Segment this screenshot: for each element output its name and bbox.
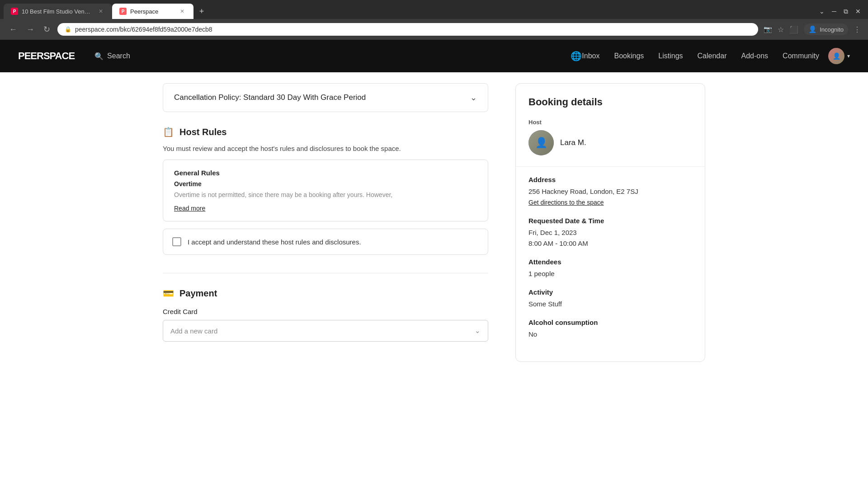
tab-list-icon[interactable]: ⌄ xyxy=(819,8,825,15)
host-row: 👤 Lara M. xyxy=(528,130,692,155)
card-dropdown[interactable]: Add a new card ⌄ xyxy=(163,320,488,342)
requested-datetime-value: Fri, Dec 1, 2023 8:00 AM - 10:00 AM xyxy=(528,227,692,249)
read-more-link[interactable]: Read more xyxy=(174,205,205,212)
forward-button[interactable]: → xyxy=(24,23,36,36)
globe-icon[interactable]: 🌐 xyxy=(571,51,582,61)
lock-icon: 🔒 xyxy=(65,26,71,33)
tab-2-close[interactable]: ✕ xyxy=(178,7,186,15)
address-value: 256 Hackney Road, London, E2 7SJ Get dir… xyxy=(528,186,692,208)
section-divider xyxy=(163,273,488,273)
address-label: Address xyxy=(528,176,692,183)
host-rules-section: 📋 Host Rules You must review and accept … xyxy=(163,127,488,255)
activity-value: Some Stuff xyxy=(528,299,692,310)
nav-inbox[interactable]: Inbox xyxy=(582,52,599,60)
tab-1-favicon: P xyxy=(11,8,18,15)
host-avatar: 👤 xyxy=(528,130,554,155)
accept-text: I accept and understand these host rules… xyxy=(188,238,361,246)
booking-details-title: Booking details xyxy=(528,96,692,108)
cancellation-policy-section: Cancellation Policy: Standard 30 Day Wit… xyxy=(163,83,488,112)
alcohol-value: No xyxy=(528,329,692,340)
accept-checkbox[interactable] xyxy=(172,237,181,246)
host-rules-subtitle: You must review and accept the host's ru… xyxy=(163,145,488,152)
host-rules-title: Host Rules xyxy=(179,127,226,137)
incognito-icon: 👤 xyxy=(808,25,817,33)
search-icon: 🔍 xyxy=(94,52,104,61)
tab-1-title: 10 Best Film Studio Venues - Lo... xyxy=(22,8,93,15)
minimize-button[interactable]: ─ xyxy=(832,8,836,15)
overtime-text: Overtime is not permitted, since there m… xyxy=(174,190,477,200)
tab-2[interactable]: P Peerspace ✕ xyxy=(112,4,193,19)
address-line1: 256 Hackney Road, London, E2 7SJ xyxy=(528,188,638,195)
general-rules-title: General Rules xyxy=(174,169,477,177)
window-controls: ⌄ ─ ⧉ ✕ xyxy=(819,8,868,15)
menu-button[interactable]: ⋮ xyxy=(854,25,861,34)
chevron-down-icon: ▾ xyxy=(847,53,850,59)
nav-calendar[interactable]: Calendar xyxy=(698,52,727,60)
back-button[interactable]: ← xyxy=(7,23,19,36)
attendees-label: Attendees xyxy=(528,258,692,266)
url-text: peerspace.com/bkc/62694ef8fd59a2000e7dec… xyxy=(75,26,212,33)
booking-divider-1 xyxy=(516,166,705,167)
nav-bookings[interactable]: Bookings xyxy=(614,52,644,60)
host-rules-title-row: 📋 Host Rules xyxy=(163,127,488,137)
tab-2-favicon: P xyxy=(119,8,127,15)
alcohol-label: Alcohol consumption xyxy=(528,319,692,326)
host-label: Host xyxy=(528,119,692,126)
user-menu[interactable]: 👤 ▾ xyxy=(828,48,850,64)
activity-label: Activity xyxy=(528,288,692,296)
address-bar-row: ← → ↻ 🔒 peerspace.com/bkc/62694ef8fd59a2… xyxy=(0,19,868,40)
page-content: Cancellation Policy: Standard 30 Day Wit… xyxy=(145,72,723,362)
sidebar-column: Booking details Host 👤 Lara M. Address 2… xyxy=(515,72,705,362)
get-directions-link[interactable]: Get directions to the space xyxy=(528,199,604,206)
tab-1[interactable]: P 10 Best Film Studio Venues - Lo... ✕ xyxy=(4,4,112,19)
attendees-value: 1 people xyxy=(528,268,692,279)
rules-box: General Rules Overtime Overtime is not p… xyxy=(163,160,488,221)
search-button[interactable]: 🔍 Search xyxy=(89,48,136,64)
main-column: Cancellation Policy: Standard 30 Day Wit… xyxy=(163,72,488,362)
accept-box: I accept and understand these host rules… xyxy=(163,229,488,255)
overtime-title: Overtime xyxy=(174,180,477,188)
search-label: Search xyxy=(107,52,130,60)
camera-icon[interactable]: 📷 xyxy=(764,25,772,33)
host-name: Lara M. xyxy=(560,138,586,147)
peerspace-logo[interactable]: PEERSPACE xyxy=(18,50,75,62)
payment-title-row: 💳 Payment xyxy=(163,288,488,299)
close-window-button[interactable]: ✕ xyxy=(855,8,861,15)
nav-listings[interactable]: Listings xyxy=(658,52,683,60)
new-tab-button[interactable]: + xyxy=(195,5,208,18)
address-bar[interactable]: 🔒 peerspace.com/bkc/62694ef8fd59a2000e7d… xyxy=(57,23,758,36)
add-card-text: Add a new card xyxy=(170,327,217,335)
browser-toolbar: 📷 ☆ ⬛ 👤 Incognito ⋮ xyxy=(764,23,861,35)
tab-bar: P 10 Best Film Studio Venues - Lo... ✕ P… xyxy=(0,0,868,19)
tab-2-title: Peerspace xyxy=(130,8,175,15)
date-line1: Fri, Dec 1, 2023 xyxy=(528,229,577,236)
cancellation-policy-title: Cancellation Policy: Standard 30 Day Wit… xyxy=(174,93,366,102)
host-rules-icon: 📋 xyxy=(163,127,174,137)
main-navigation: PEERSPACE 🔍 Search 🌐 Inbox Bookings List… xyxy=(0,40,868,72)
tab-1-close[interactable]: ✕ xyxy=(97,7,105,15)
nav-community[interactable]: Community xyxy=(783,52,819,60)
time-line: 8:00 AM - 10:00 AM xyxy=(528,239,588,247)
payment-section: 💳 Payment Credit Card Add a new card ⌄ xyxy=(163,288,488,342)
nav-addons[interactable]: Add-ons xyxy=(741,52,769,60)
browser-window: P 10 Best Film Studio Venues - Lo... ✕ P… xyxy=(0,0,868,40)
avatar: 👤 xyxy=(828,48,844,64)
payment-title: Payment xyxy=(179,288,217,299)
bookmark-icon[interactable]: ☆ xyxy=(778,25,784,34)
requested-datetime-label: Requested Date & Time xyxy=(528,217,692,225)
extensions-icon[interactable]: ⬛ xyxy=(789,25,798,34)
booking-details-card: Booking details Host 👤 Lara M. Address 2… xyxy=(515,83,705,362)
payment-icon: 💳 xyxy=(163,288,174,299)
credit-card-label: Credit Card xyxy=(163,308,488,315)
dropdown-chevron-icon: ⌄ xyxy=(475,327,481,335)
maximize-button[interactable]: ⧉ xyxy=(844,8,848,15)
cancellation-policy-chevron[interactable]: ⌄ xyxy=(470,93,477,103)
profile-button[interactable]: 👤 Incognito xyxy=(804,23,848,35)
nav-links: Inbox Bookings Listings Calendar Add-ons… xyxy=(582,52,819,60)
refresh-button[interactable]: ↻ xyxy=(42,23,52,36)
